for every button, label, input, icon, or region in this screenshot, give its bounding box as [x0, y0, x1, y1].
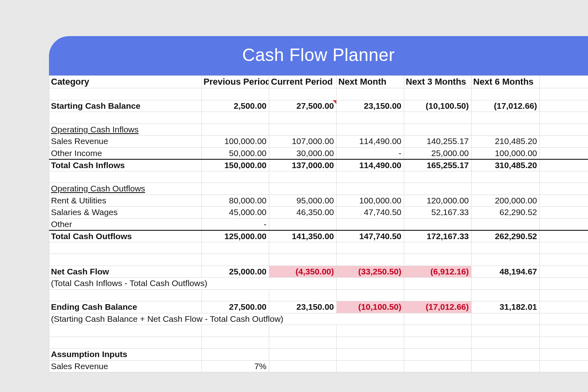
cell[interactable]: 62,290.52 [472, 207, 540, 219]
label[interactable]: Net Cash Flow [49, 266, 202, 278]
label[interactable]: Total Cash Outflows [49, 230, 202, 242]
label[interactable]: Rent & Utilities [49, 195, 202, 207]
label[interactable]: Sales Revenue [49, 136, 202, 148]
cell[interactable]: 140,255.17 [404, 136, 472, 148]
cell[interactable]: 27,500.00 [202, 301, 269, 313]
col-next-3[interactable]: Next 3 Months [404, 76, 472, 88]
page-title: Cash Flow Planner [49, 36, 588, 75]
col-next-month[interactable]: Next Month [337, 76, 404, 88]
cashflow-table: Category Previous Period Current Period … [49, 75, 588, 372]
cell[interactable]: 23,150.00 [337, 100, 404, 112]
cell-negative[interactable]: (10,100.50) [337, 301, 404, 313]
cell[interactable]: 141,350.00 [269, 230, 337, 242]
col-next-6[interactable]: Next 6 Months [472, 76, 540, 88]
cell[interactable]: 7% [202, 360, 269, 372]
cell-negative[interactable]: (4,350.00) [269, 266, 337, 278]
cell[interactable]: 200,000.00 [472, 195, 540, 207]
row-net-formula: (Total Cash Inflows - Total Cash Outflow… [49, 278, 588, 290]
cell[interactable]: 100,000.00 [472, 147, 540, 159]
cell[interactable]: - [202, 218, 269, 230]
cell-negative[interactable]: (17,012.66) [404, 301, 472, 313]
row-sales: Sales Revenue 100,000.00 107,000.00 114,… [49, 136, 588, 148]
cell[interactable]: - [337, 147, 404, 159]
cell[interactable]: 125,000.00 [202, 230, 269, 242]
cell[interactable]: 137,000.00 [269, 159, 337, 171]
table-header-row: Category Previous Period Current Period … [49, 76, 588, 88]
row-assumption-sales: Sales Revenue 7% [49, 360, 588, 372]
cell[interactable]: 210,485.20 [472, 136, 540, 148]
cell[interactable]: 45,000.00 [202, 207, 269, 219]
cell[interactable]: 31,182.01 [472, 301, 540, 313]
formula-text: (Total Cash Inflows - Total Cash Outflow… [49, 278, 269, 290]
col-current[interactable]: Current Period [269, 76, 337, 88]
formula-text: (Starting Cash Balance + Net Cash Flow -… [49, 313, 337, 325]
cell[interactable]: (17,012.66) [472, 100, 540, 112]
cell[interactable]: 52,167.33 [404, 207, 472, 219]
cell[interactable]: 114,490.00 [337, 159, 404, 171]
cell[interactable]: 100,000.00 [337, 195, 404, 207]
section-assumptions[interactable]: Assumption Inputs [49, 349, 202, 361]
cell[interactable]: (10,100.50) [404, 100, 472, 112]
cell[interactable]: 262,290.52 [472, 230, 540, 242]
row-rent: Rent & Utilities 80,000.00 95,000.00 100… [49, 195, 588, 207]
row-outflows-header: Operating Cash Outflows [49, 183, 588, 195]
cell[interactable]: 23,150.00 [269, 301, 337, 313]
col-extra[interactable] [540, 76, 588, 88]
cell[interactable]: 100,000.00 [202, 136, 269, 148]
cell[interactable]: 114,490.00 [337, 136, 404, 148]
cell[interactable] [472, 218, 540, 230]
cell[interactable]: 95,000.00 [269, 195, 337, 207]
col-category[interactable]: Category [49, 76, 202, 88]
cell-negative[interactable]: (6,912.16) [404, 266, 472, 278]
label[interactable]: Salaries & Wages [49, 207, 202, 219]
row-ending-balance: Ending Cash Balance 27,500.00 23,150.00 … [49, 301, 588, 313]
cell[interactable] [404, 218, 472, 230]
row-other-income: Other Income 50,000.00 30,000.00 - 25,00… [49, 147, 588, 159]
cell[interactable]: 47,740.50 [337, 207, 404, 219]
row-salaries: Salaries & Wages 45,000.00 46,350.00 47,… [49, 207, 588, 219]
label[interactable]: Total Cash Inflows [49, 159, 202, 171]
cell[interactable] [269, 218, 337, 230]
row-total-inflows: Total Cash Inflows 150,000.00 137,000.00… [49, 159, 588, 171]
cell[interactable]: 2,500.00 [202, 100, 269, 112]
row-ending-formula: (Starting Cash Balance + Net Cash Flow -… [49, 313, 588, 325]
cell[interactable]: 120,000.00 [404, 195, 472, 207]
label[interactable]: Other [49, 218, 202, 230]
row-other-outflow: Other - [49, 218, 588, 230]
cell[interactable]: 150,000.00 [202, 159, 269, 171]
cell[interactable]: 107,000.00 [269, 136, 337, 148]
cell-negative[interactable]: (33,250.50) [337, 266, 404, 278]
cell[interactable]: 50,000.00 [202, 147, 269, 159]
cell[interactable]: 147,740.50 [337, 230, 404, 242]
cell[interactable]: 30,000.00 [269, 147, 337, 159]
section-inflows[interactable]: Operating Cash Inflows [49, 124, 202, 136]
cell[interactable]: 310,485.20 [472, 159, 540, 171]
row-assumption-header: Assumption Inputs [49, 349, 588, 361]
col-prev[interactable]: Previous Period [202, 76, 269, 88]
row-total-outflows: Total Cash Outflows 125,000.00 141,350.0… [49, 230, 588, 242]
cell[interactable]: 80,000.00 [202, 195, 269, 207]
spreadsheet-card: Cash Flow Planner Category Previous Peri… [49, 36, 588, 372]
cell[interactable] [337, 218, 404, 230]
cell[interactable]: 25,000.00 [202, 266, 269, 278]
cell[interactable]: 46,350.00 [269, 207, 337, 219]
label[interactable]: Other Income [49, 147, 202, 159]
cell[interactable]: 48,194.67 [472, 266, 540, 278]
row-starting-balance: Starting Cash Balance 2,500.00 27,500.00… [49, 100, 588, 112]
cell[interactable]: 165,255.17 [404, 159, 472, 171]
label[interactable]: Ending Cash Balance [49, 301, 202, 313]
page-background: Cash Flow Planner Category Previous Peri… [0, 0, 588, 392]
section-outflows[interactable]: Operating Cash Outflows [49, 183, 202, 195]
row-net-cash-flow: Net Cash Flow 25,000.00 (4,350.00) (33,2… [49, 266, 588, 278]
cell[interactable]: 25,000.00 [404, 147, 472, 159]
cell-with-comment[interactable]: 27,500.00 [269, 100, 337, 112]
label-starting[interactable]: Starting Cash Balance [49, 100, 202, 112]
cell[interactable]: 172,167.33 [404, 230, 472, 242]
row-inflows-header: Operating Cash Inflows [49, 124, 588, 136]
label[interactable]: Sales Revenue [49, 360, 202, 372]
